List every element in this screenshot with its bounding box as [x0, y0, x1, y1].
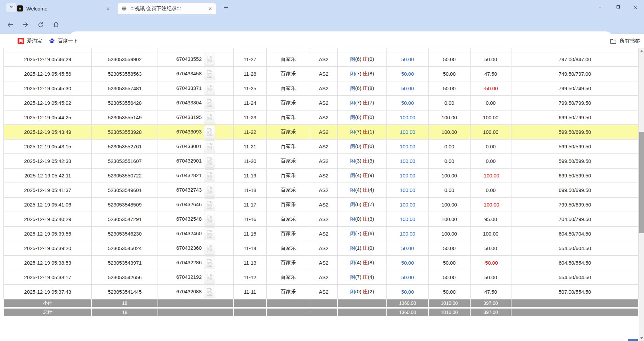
record-row[interactable]: 2025-12-19 05:40:29 523053547291 6704325…	[4, 212, 639, 226]
video-replay-button[interactable]	[204, 140, 215, 153]
cell-bet-id: 523053547291	[92, 212, 158, 226]
reload-button[interactable]	[36, 20, 45, 29]
record-row[interactable]: 2025-12-19 05:45:56 523053558563 6704334…	[4, 67, 639, 81]
record-row[interactable]: 2025-12-19 05:41:37 523053549601 6704327…	[4, 183, 639, 197]
cell-valid-amount: 100.00	[428, 197, 470, 212]
video-file-icon	[206, 244, 213, 252]
folder-icon	[610, 38, 617, 44]
video-replay-button[interactable]	[204, 97, 215, 109]
record-row[interactable]: 2025-12-19 05:42:38 523053551607 6704329…	[4, 154, 639, 168]
chevron-down-icon	[8, 4, 14, 11]
video-file-icon	[206, 128, 213, 136]
cell-round: 11-17	[234, 197, 266, 212]
cell-game-name: 百家乐	[266, 52, 310, 67]
cell-bet-time: 2025-12-19 05:40:29	[4, 212, 92, 226]
summary-amount: 1360.00	[387, 299, 428, 307]
video-replay-button[interactable]	[204, 169, 215, 182]
record-row[interactable]: 2025-12-19 05:46:29 523053559902 6704335…	[4, 52, 639, 67]
cell-bet-time: 2025-12-19 05:39:20	[4, 241, 92, 255]
player-points: (7)	[355, 100, 361, 105]
summary-amount: 1360.00	[387, 308, 428, 316]
video-replay-button[interactable]	[204, 111, 215, 124]
cell-valid-amount: 50.00	[428, 255, 470, 270]
minimize-button[interactable]	[591, 0, 609, 14]
record-row[interactable]: 2025-12-19 05:38:53 523053543971 6704322…	[4, 255, 639, 270]
plus-icon	[223, 5, 229, 12]
bookmark-baidu[interactable]: 百度一下	[45, 36, 81, 46]
cell-round: 11-23	[234, 110, 266, 125]
video-replay-button[interactable]	[204, 286, 215, 298]
banker-label: 庄	[363, 289, 368, 294]
player-label: 闲	[350, 71, 355, 76]
cell-bet-time: 2025-12-19 05:45:30	[4, 81, 92, 96]
close-window-button[interactable]	[626, 0, 644, 14]
player-points: (7)	[355, 274, 361, 280]
record-row[interactable]: 2025-12-19 05:38:17 523053542656 6704321…	[4, 270, 639, 285]
all-bookmarks-button[interactable]: 所有书签	[610, 38, 640, 44]
cell-win-loss: 47.50	[470, 285, 511, 299]
cell-bet-result: 闲(0) 庄(2)	[337, 285, 387, 299]
video-file-icon	[206, 157, 213, 165]
pagination-button-clipped[interactable]	[628, 339, 638, 341]
cell-valid-amount: 50.00	[428, 67, 470, 81]
game-id-text: 670433552	[176, 56, 201, 62]
record-row[interactable]: 2025-12-19 05:44:25 523053555149 6704331…	[4, 110, 639, 125]
cell-bet-time: 2025-12-19 05:37:43	[4, 285, 92, 299]
tab-close-icon[interactable]	[207, 5, 213, 11]
cell-bet-id: 523053543971	[92, 255, 158, 270]
video-replay-button[interactable]	[204, 155, 215, 168]
video-replay-button[interactable]	[204, 242, 215, 255]
record-row[interactable]: 2025-12-19 05:39:56 523053546230 6704324…	[4, 226, 639, 241]
back-button[interactable]	[5, 20, 15, 29]
banker-label: 庄	[363, 274, 368, 280]
scrollbar-thumb[interactable]	[639, 132, 644, 233]
record-row[interactable]: 2025-12-19 05:43:49 523053553928 6704330…	[4, 125, 639, 139]
forward-button[interactable]	[21, 20, 30, 29]
tab-close-icon[interactable]	[105, 5, 111, 11]
video-file-icon	[206, 201, 213, 209]
player-points: (6)	[355, 201, 361, 207]
video-replay-button[interactable]	[204, 227, 215, 240]
tab-welcome[interactable]: Welcome	[14, 3, 114, 14]
taobao-icon: 淘	[18, 38, 24, 44]
record-row[interactable]: 2025-12-19 05:39:20 523053545024 6704323…	[4, 241, 639, 255]
record-row[interactable]: 2025-12-19 05:45:30 523053557481 6704333…	[4, 81, 639, 96]
cell-table-name: AS2	[310, 125, 337, 139]
record-row[interactable]: 2025-12-19 05:45:02 523053556428 6704333…	[4, 96, 639, 110]
cell-bet-time: 2025-12-19 05:41:37	[4, 183, 92, 197]
cell-win-loss: -100.00	[470, 168, 511, 183]
scroll-up-arrow-icon[interactable]	[639, 48, 644, 54]
video-replay-button[interactable]	[204, 213, 215, 226]
page-scrollbar[interactable]	[639, 48, 644, 341]
bookmark-taobao[interactable]: 淘 爱淘宝	[14, 36, 45, 46]
tab-betrecord[interactable]: :::视讯 会员下注纪录:::	[118, 3, 216, 14]
record-row[interactable]: 2025-12-19 05:42:11 523053550722 6704328…	[4, 168, 639, 183]
video-file-icon	[206, 55, 213, 64]
window-controls	[591, 0, 644, 14]
banker-label: 庄	[363, 100, 368, 105]
scroll-down-arrow-icon[interactable]	[639, 336, 644, 341]
video-replay-button[interactable]	[204, 257, 215, 269]
record-row[interactable]: 2025-12-19 05:43:15 523053552761 6704330…	[4, 139, 639, 154]
new-tab-button[interactable]	[221, 3, 231, 13]
cell-round: 11-24	[234, 96, 266, 110]
cell-bet-result: 闲(6) 庄(7)	[337, 197, 387, 212]
video-replay-button[interactable]	[204, 126, 215, 139]
cell-game-id: 670432901	[158, 154, 234, 168]
video-replay-button[interactable]	[204, 184, 215, 197]
home-button[interactable]	[51, 20, 61, 29]
cell-game-id: 670432088	[158, 285, 234, 299]
record-row[interactable]: 2025-12-19 05:37:43 523053541445 6704320…	[4, 285, 639, 299]
video-replay-button[interactable]	[204, 82, 215, 95]
cell-round: 11-19	[234, 168, 266, 183]
video-file-icon	[206, 230, 213, 238]
cell-game-name: 百家乐	[266, 96, 310, 110]
video-replay-button[interactable]	[204, 198, 215, 211]
video-replay-button[interactable]	[204, 53, 215, 66]
record-row[interactable]: 2025-12-19 05:41:06 523053548509 6704326…	[4, 197, 639, 212]
cell-valid-amount: 50.00	[428, 52, 470, 67]
cell-game-name: 百家乐	[266, 270, 310, 285]
video-replay-button[interactable]	[204, 271, 215, 284]
video-replay-button[interactable]	[204, 68, 215, 80]
restore-button[interactable]	[609, 0, 626, 14]
